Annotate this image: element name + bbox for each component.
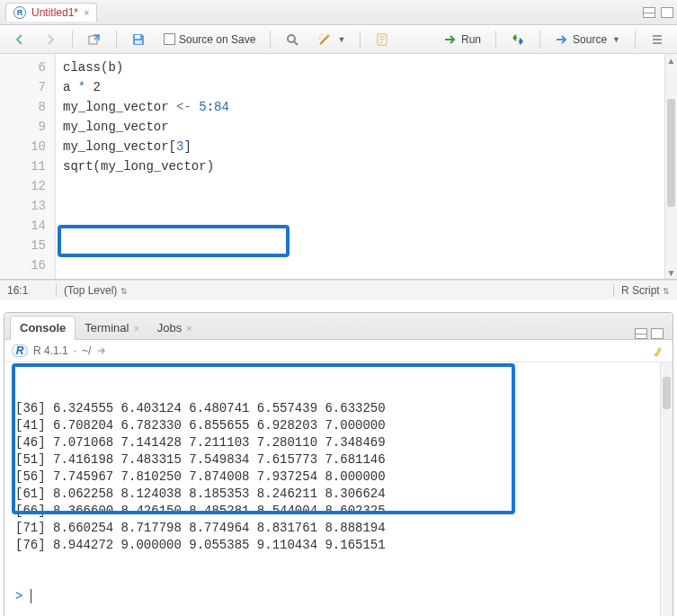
console-scrollbar[interactable]: ▲ ▼ bbox=[660, 362, 673, 616]
source-button[interactable]: Source ▼ bbox=[549, 30, 626, 49]
code-body[interactable]: class(b)a * 2my_long_vector <- 5:84my_lo… bbox=[56, 54, 677, 279]
updown-icon: ⇅ bbox=[663, 287, 670, 296]
file-tab-untitled1[interactable]: R Untitled1* × bbox=[5, 3, 97, 22]
popout-icon bbox=[87, 32, 102, 47]
console-cursor bbox=[31, 589, 39, 603]
save-button[interactable] bbox=[126, 30, 151, 49]
run-label: Run bbox=[461, 33, 481, 46]
updown-icon: ⇅ bbox=[120, 287, 128, 296]
clear-console-icon[interactable] bbox=[651, 344, 665, 358]
scroll-thumb[interactable] bbox=[663, 377, 671, 409]
outline-icon bbox=[650, 32, 664, 47]
lang-selector[interactable]: R Script ⇅ bbox=[613, 284, 670, 297]
source-arrow-icon bbox=[555, 32, 569, 47]
rerun-icon bbox=[511, 32, 525, 47]
code-tools-button[interactable]: ▼ bbox=[312, 30, 351, 49]
chevron-down-icon: ▼ bbox=[612, 35, 620, 44]
r-version-label: R 4.1.1 bbox=[33, 344, 68, 357]
wand-icon bbox=[317, 32, 332, 47]
search-icon bbox=[285, 32, 299, 47]
compile-report-button[interactable] bbox=[370, 30, 395, 49]
run-button[interactable]: Run bbox=[438, 30, 486, 49]
console-pane: Console Terminal × Jobs × R R 4.1.1 · ~/… bbox=[4, 312, 673, 616]
console-prompt-line[interactable]: > bbox=[15, 588, 662, 605]
source-on-save-toggle[interactable]: Source on Save bbox=[158, 31, 261, 49]
svg-rect-1 bbox=[135, 35, 140, 39]
svg-rect-2 bbox=[135, 40, 142, 44]
open-in-window-button[interactable] bbox=[82, 30, 107, 49]
source-on-save-label: Source on Save bbox=[179, 33, 255, 46]
scroll-down-icon[interactable]: ▼ bbox=[665, 266, 677, 279]
close-icon[interactable]: × bbox=[186, 323, 192, 334]
source-status-bar: 16:1 (Top Level) ⇅ R Script ⇅ bbox=[0, 280, 677, 299]
rerun-button[interactable] bbox=[505, 30, 530, 49]
line-gutter: 678910111213141516 bbox=[0, 54, 56, 279]
pane-max-icon[interactable] bbox=[651, 328, 664, 339]
file-tab-label: Untitled1* bbox=[31, 6, 78, 19]
notebook-icon bbox=[375, 32, 389, 47]
source-toolbar: Source on Save ▼ Run Source ▼ bbox=[0, 25, 677, 54]
chevron-down-icon: ▼ bbox=[337, 35, 345, 44]
run-arrow-icon bbox=[443, 32, 458, 47]
r-logo-icon: R bbox=[12, 344, 28, 357]
nav-back-button[interactable] bbox=[7, 30, 32, 49]
outline-button[interactable] bbox=[645, 30, 670, 49]
cwd-label: ~/ bbox=[82, 344, 91, 357]
cursor-position: 16:1 bbox=[7, 284, 56, 297]
floppy-icon bbox=[131, 32, 146, 47]
tab-console[interactable]: Console bbox=[10, 316, 76, 340]
scope-selector[interactable]: (Top Level) ⇅ bbox=[56, 284, 613, 297]
source-label: Source bbox=[573, 33, 607, 46]
tab-jobs-label: Jobs bbox=[157, 321, 182, 335]
console-tab-strip: Console Terminal × Jobs × bbox=[4, 313, 673, 340]
tab-terminal-label: Terminal bbox=[85, 321, 129, 335]
close-icon[interactable]: × bbox=[133, 323, 138, 334]
lang-label: R Script bbox=[621, 284, 660, 297]
find-button[interactable] bbox=[280, 30, 305, 49]
close-icon[interactable]: × bbox=[84, 7, 89, 18]
goto-dir-icon[interactable] bbox=[96, 345, 107, 356]
file-tab-strip: R Untitled1* × bbox=[0, 0, 677, 25]
console-text: [36] 6.324555 6.403124 6.480741 6.557439… bbox=[15, 400, 662, 554]
prompt-symbol: > bbox=[15, 589, 22, 603]
dot-sep: · bbox=[74, 344, 76, 357]
arrow-left-icon bbox=[13, 32, 27, 47]
scroll-up-icon[interactable]: ▲ bbox=[665, 54, 677, 67]
tab-jobs[interactable]: Jobs × bbox=[148, 317, 201, 339]
checkbox-icon bbox=[164, 33, 175, 45]
scope-label: (Top Level) bbox=[64, 284, 117, 297]
scroll-thumb[interactable] bbox=[667, 99, 675, 207]
pane-split-icon[interactable] bbox=[635, 328, 647, 339]
console-info-bar: R R 4.1.1 · ~/ bbox=[4, 340, 673, 362]
svg-point-3 bbox=[288, 35, 295, 42]
nav-forward-button[interactable] bbox=[38, 30, 63, 49]
code-editor[interactable]: 678910111213141516 class(b)a * 2my_long_… bbox=[0, 54, 677, 280]
arrow-right-icon bbox=[43, 32, 58, 47]
r-file-icon: R bbox=[13, 6, 26, 19]
pane-max-icon[interactable] bbox=[661, 7, 673, 18]
tab-terminal[interactable]: Terminal × bbox=[76, 317, 148, 339]
pane-split-icon[interactable] bbox=[643, 7, 655, 18]
editor-scrollbar[interactable]: ▲ ▼ bbox=[664, 54, 677, 279]
tab-console-label: Console bbox=[20, 321, 66, 335]
console-output[interactable]: [36] 6.324555 6.403124 6.480741 6.557439… bbox=[4, 362, 673, 616]
